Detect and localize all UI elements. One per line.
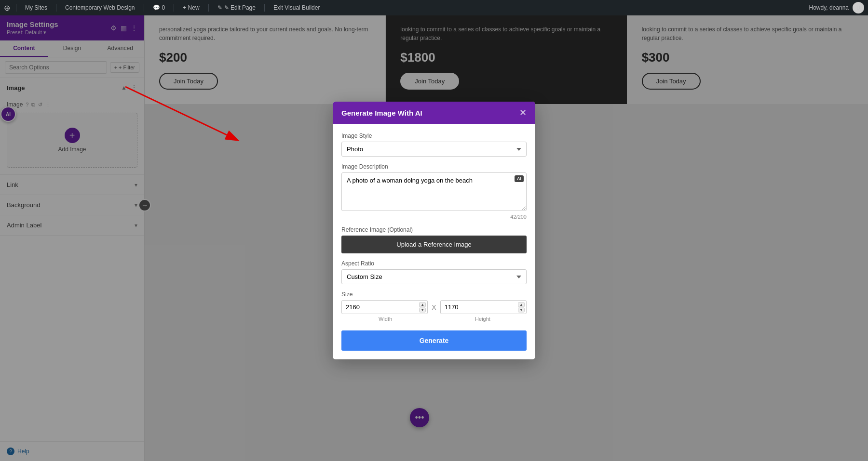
height-input[interactable] — [440, 300, 527, 314]
size-group: Size ▲ ▼ X ▲ ▼ — [341, 291, 527, 322]
width-input[interactable] — [341, 300, 428, 314]
aspect-ratio-group: Aspect Ratio Custom Size 1:1 16:9 4:3 3:… — [341, 260, 527, 284]
size-x-label: X — [432, 303, 436, 311]
comments-count: 0 — [162, 4, 165, 11]
user-greeting: Howdy, deanna — [809, 4, 849, 11]
site-name-link[interactable]: Contemporary Web Design — [62, 2, 138, 13]
site-name-label: Contemporary Web Design — [65, 4, 135, 11]
height-down-button[interactable]: ▼ — [518, 307, 525, 312]
width-down-button[interactable]: ▼ — [419, 307, 426, 312]
modal-body: Image Style Photo Illustration Sketch Oi… — [333, 124, 535, 359]
modal-header: Generate Image With AI ✕ — [333, 102, 535, 124]
height-label: Height — [439, 316, 527, 322]
height-spinner: ▲ ▼ — [518, 302, 525, 312]
ai-badge[interactable]: AI — [515, 175, 524, 182]
reference-image-label: Reference Image (Optional) — [341, 226, 527, 233]
size-x-spacer — [429, 316, 439, 322]
aspect-ratio-select[interactable]: Custom Size 1:1 16:9 4:3 3:2 — [341, 269, 527, 284]
wp-logo-icon[interactable]: ⊕ — [4, 3, 10, 13]
image-description-textarea[interactable]: A photo of a woman doing yoga on the bea… — [341, 172, 527, 211]
my-sites-label: My Sites — [25, 4, 47, 11]
comments-link[interactable]: 💬 0 — [150, 2, 168, 13]
generate-button[interactable]: Generate — [341, 330, 527, 351]
admin-bar-right: Howdy, deanna D — [809, 2, 865, 13]
modal-overlay[interactable]: Generate Image With AI ✕ Image Style Pho… — [0, 0, 868, 461]
admin-bar: ⊕ My Sites Contemporary Web Design 💬 0 +… — [0, 0, 868, 15]
edit-page-link[interactable]: ✎ ✎ Edit Page — [215, 2, 258, 13]
modal-close-button[interactable]: ✕ — [519, 108, 527, 117]
avatar: D — [853, 2, 864, 13]
size-row: ▲ ▼ X ▲ ▼ — [341, 300, 527, 314]
image-description-group: Image Description A photo of a woman doi… — [341, 163, 527, 220]
my-sites-link[interactable]: My Sites — [22, 2, 50, 13]
new-label: + New — [183, 4, 199, 11]
image-description-label: Image Description — [341, 163, 527, 170]
edit-page-icon: ✎ — [217, 4, 222, 11]
modal-title: Generate Image With AI — [341, 109, 422, 117]
image-style-select[interactable]: Photo Illustration Sketch Oil Painting W… — [341, 142, 527, 157]
height-wrap: ▲ ▼ — [440, 300, 527, 314]
reference-image-group: Reference Image (Optional) Upload a Refe… — [341, 226, 527, 253]
char-counter: 42/200 — [341, 214, 527, 220]
upload-reference-button[interactable]: Upload a Reference Image — [341, 236, 527, 253]
size-label: Size — [341, 291, 527, 298]
image-style-group: Image Style Photo Illustration Sketch Oi… — [341, 132, 527, 157]
width-wrap: ▲ ▼ — [341, 300, 428, 314]
aspect-ratio-label: Aspect Ratio — [341, 260, 527, 267]
width-up-button[interactable]: ▲ — [419, 302, 426, 307]
height-up-button[interactable]: ▲ — [518, 302, 525, 307]
width-spinner: ▲ ▼ — [419, 302, 426, 312]
width-label: Width — [341, 316, 429, 322]
image-style-label: Image Style — [341, 132, 527, 139]
textarea-wrapper: A photo of a woman doing yoga on the bea… — [341, 172, 527, 212]
exit-visual-builder-label: Exit Visual Builder — [273, 4, 320, 11]
edit-page-label: ✎ Edit Page — [224, 4, 256, 11]
size-labels: Width Height — [341, 316, 527, 322]
new-link[interactable]: + New — [180, 2, 202, 13]
exit-visual-builder-link[interactable]: Exit Visual Builder — [271, 2, 323, 13]
generate-modal: Generate Image With AI ✕ Image Style Pho… — [333, 102, 535, 359]
